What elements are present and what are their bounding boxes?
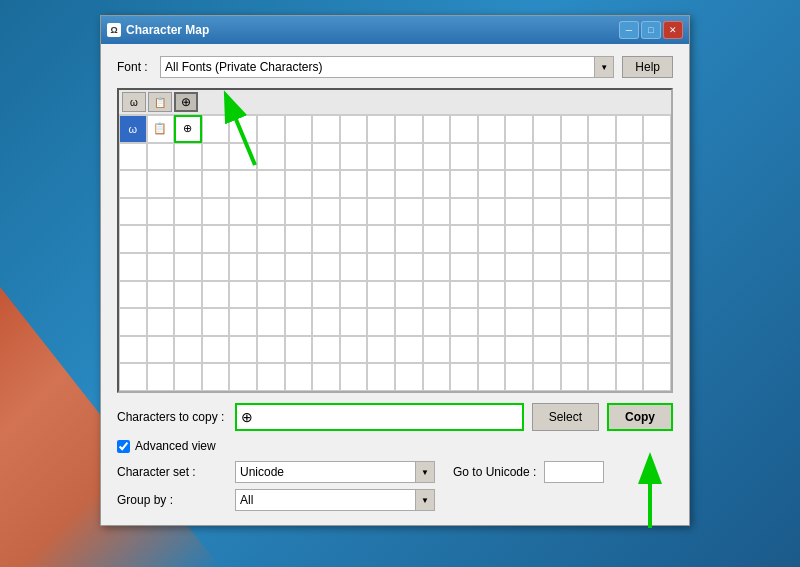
char-cell[interactable] [561,363,589,391]
char-cell[interactable] [423,363,451,391]
char-cell[interactable] [285,363,313,391]
char-cell[interactable] [340,225,368,253]
select-button[interactable]: Select [532,403,599,431]
char-cell[interactable] [340,363,368,391]
char-cell[interactable] [174,363,202,391]
char-cell[interactable] [312,281,340,309]
char-cell[interactable] [395,336,423,364]
char-cell[interactable] [643,225,671,253]
char-cell[interactable] [588,198,616,226]
char-cell[interactable] [533,143,561,171]
char-cell[interactable] [643,143,671,171]
char-cell[interactable] [312,253,340,281]
char-cell[interactable] [119,253,147,281]
char-cell[interactable] [174,253,202,281]
char-set-select[interactable]: Unicode [235,461,435,483]
char-cell[interactable] [257,336,285,364]
char-cell[interactable] [478,115,506,143]
char-cell[interactable] [202,253,230,281]
char-cell[interactable] [561,115,589,143]
char-cell[interactable] [478,336,506,364]
char-cell[interactable] [119,363,147,391]
char-cell[interactable] [119,170,147,198]
char-cell[interactable] [202,170,230,198]
char-cell[interactable] [395,253,423,281]
char-cell[interactable] [533,281,561,309]
char-cell[interactable] [312,143,340,171]
char-cell[interactable] [147,198,175,226]
char-cell[interactable] [174,336,202,364]
char-cell[interactable] [229,363,257,391]
char-cell[interactable] [285,170,313,198]
char-cell[interactable] [423,308,451,336]
char-cell[interactable] [257,281,285,309]
char-cell[interactable]: ω [119,115,147,143]
char-cell[interactable] [174,170,202,198]
char-cell[interactable] [423,115,451,143]
char-cell[interactable] [257,143,285,171]
char-cell[interactable] [119,336,147,364]
char-cell[interactable] [478,363,506,391]
char-cell[interactable] [285,115,313,143]
char-cell[interactable] [395,281,423,309]
char-cell[interactable] [367,253,395,281]
char-cell[interactable] [616,253,644,281]
char-cell[interactable] [616,115,644,143]
char-cell[interactable] [340,198,368,226]
char-cell[interactable] [450,363,478,391]
char-cell[interactable] [367,170,395,198]
char-cell[interactable] [174,281,202,309]
char-cell[interactable] [533,363,561,391]
char-cell[interactable] [505,143,533,171]
char-cell[interactable] [340,170,368,198]
char-cell[interactable] [285,336,313,364]
char-cell[interactable] [505,198,533,226]
char-cell[interactable] [450,336,478,364]
char-cell[interactable] [312,336,340,364]
char-cell[interactable] [202,336,230,364]
char-cell[interactable] [257,115,285,143]
char-cell[interactable] [229,308,257,336]
help-button[interactable]: Help [622,56,673,78]
font-select[interactable]: All Fonts (Private Characters) [160,56,614,78]
chars-to-copy-input[interactable] [235,403,524,431]
char-cell[interactable] [257,170,285,198]
char-cell[interactable] [367,308,395,336]
char-cell[interactable] [340,143,368,171]
char-cell[interactable] [312,115,340,143]
char-cell[interactable] [423,336,451,364]
char-cell[interactable] [395,143,423,171]
char-cell[interactable] [616,336,644,364]
char-cell[interactable] [367,115,395,143]
char-cell[interactable] [423,143,451,171]
char-cell[interactable] [257,225,285,253]
goto-unicode-input[interactable] [544,461,604,483]
char-cell[interactable] [340,308,368,336]
char-cell[interactable] [616,308,644,336]
char-cell[interactable] [588,308,616,336]
char-cell[interactable] [147,336,175,364]
char-cell[interactable] [561,198,589,226]
char-cell[interactable] [229,225,257,253]
char-cell[interactable] [423,281,451,309]
char-cell[interactable] [367,143,395,171]
char-cell[interactable] [174,198,202,226]
char-cell[interactable] [588,363,616,391]
char-cell[interactable] [147,170,175,198]
char-cell[interactable] [588,170,616,198]
char-cell[interactable] [367,281,395,309]
char-cell[interactable] [643,170,671,198]
char-cell[interactable] [229,170,257,198]
char-cell[interactable] [505,281,533,309]
char-cell[interactable] [643,115,671,143]
char-cell[interactable] [588,253,616,281]
char-cell[interactable] [588,225,616,253]
char-cell[interactable] [147,225,175,253]
char-cell[interactable] [202,143,230,171]
toolbar-icon-omega[interactable]: ω [122,92,146,112]
char-cell[interactable] [643,281,671,309]
char-cell[interactable] [478,225,506,253]
char-cell[interactable] [229,115,257,143]
char-cell[interactable]: 📋 [147,115,175,143]
char-cell[interactable] [285,281,313,309]
